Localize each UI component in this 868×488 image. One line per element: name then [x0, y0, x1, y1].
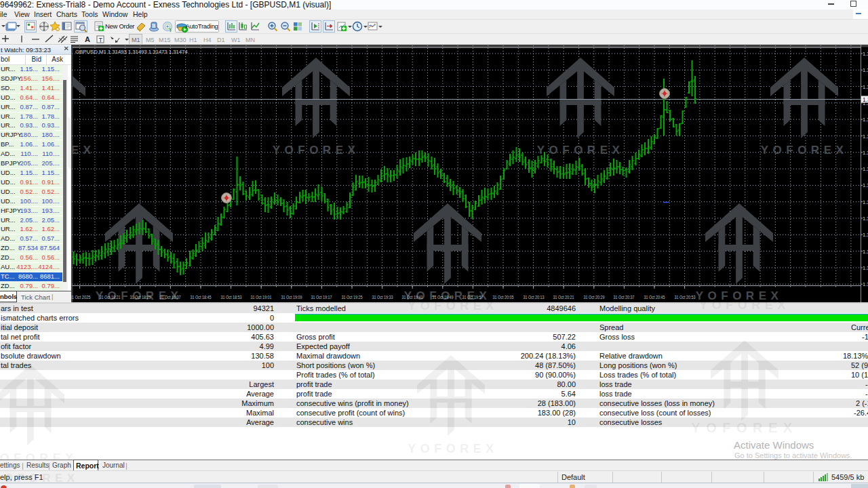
- svg-text:1.31: 1.31: [863, 150, 868, 156]
- svg-text:1.31: 1.31: [863, 67, 868, 73]
- svg-text:M30: M30: [174, 37, 186, 43]
- svg-text:31 Oct 20:53: 31 Oct 20:53: [675, 294, 696, 300]
- svg-text:1.31: 1.31: [863, 182, 868, 188]
- svg-text:31 Oct 19:49: 31 Oct 19:49: [433, 294, 454, 300]
- svg-text:1.31: 1.31: [863, 51, 868, 57]
- svg-text:M1: M1: [132, 37, 140, 43]
- svg-text:GBPUSD,M1 1.31493 1.31493 1.3: GBPUSD,M1 1.31493 1.31493 1.31473 1.3147…: [75, 49, 188, 55]
- svg-text:1.31: 1.31: [863, 117, 868, 123]
- svg-text:31 Oct 18:37: 31 Oct 18:37: [160, 294, 181, 300]
- svg-text:AutoTrading: AutoTrading: [186, 22, 218, 30]
- svg-text:1.31: 1.31: [863, 96, 868, 103]
- svg-text:W1: W1: [231, 37, 241, 43]
- svg-text:1.31: 1.31: [863, 199, 868, 205]
- svg-text:1.31: 1.31: [863, 281, 868, 287]
- svg-text:31 Oct 19:09: 31 Oct 19:09: [281, 294, 302, 300]
- svg-text:YOFOREX: YOFOREX: [71, 144, 95, 157]
- svg-text:D1: D1: [217, 37, 225, 43]
- svg-text:31 Oct 18:45: 31 Oct 18:45: [191, 294, 212, 300]
- svg-text:31 Oct 19:01: 31 Oct 19:01: [251, 294, 272, 300]
- svg-text:YOFOREX: YOFOREX: [537, 144, 625, 157]
- svg-text:YOFOREX: YOFOREX: [408, 302, 498, 312]
- svg-text:31 Oct 20:13: 31 Oct 20:13: [524, 294, 545, 300]
- svg-text:31 Oct 2025: 31 Oct 2025: [71, 294, 91, 300]
- svg-text:31 Oct 20:29: 31 Oct 20:29: [584, 294, 605, 300]
- svg-text:1.31: 1.31: [863, 166, 868, 172]
- svg-text:31 Oct 18:29: 31 Oct 18:29: [130, 294, 151, 300]
- svg-text:H4: H4: [203, 37, 212, 43]
- svg-text:YOFOREX: YOFOREX: [273, 144, 360, 157]
- svg-text:YOFOREX: YOFOREX: [691, 420, 797, 435]
- svg-text:New Order: New Order: [105, 22, 134, 30]
- svg-text:1.31: 1.31: [863, 265, 868, 271]
- svg-text:H1: H1: [189, 37, 197, 43]
- svg-text:1.31: 1.31: [863, 249, 868, 255]
- svg-text:YOFOREX: YOFOREX: [761, 144, 848, 157]
- svg-text:M15: M15: [159, 37, 171, 43]
- svg-text:MN: MN: [245, 37, 255, 43]
- svg-text:1.31: 1.31: [863, 216, 868, 222]
- svg-text:31 Oct 19:41: 31 Oct 19:41: [402, 294, 423, 300]
- svg-text:31 Oct 20:37: 31 Oct 20:37: [614, 294, 635, 300]
- svg-text:31 Oct 19:33: 31 Oct 19:33: [372, 294, 393, 300]
- svg-text:31 Oct 20:05: 31 Oct 20:05: [493, 294, 514, 300]
- svg-text:M5: M5: [146, 37, 155, 43]
- svg-text:YOFOREX: YOFOREX: [696, 289, 783, 302]
- svg-text:31 Oct 20:45: 31 Oct 20:45: [644, 294, 665, 300]
- svg-text:31 Oct 19:57: 31 Oct 19:57: [462, 294, 484, 300]
- svg-text:31 Oct 18:53: 31 Oct 18:53: [221, 294, 242, 300]
- svg-text:B: B: [152, 23, 156, 29]
- svg-text:1.31: 1.31: [863, 84, 868, 90]
- svg-text:YOFOREX: YOFOREX: [408, 442, 498, 455]
- svg-text:1.31: 1.31: [863, 232, 868, 238]
- svg-text:31 Oct 19:25: 31 Oct 19:25: [342, 294, 363, 300]
- svg-text:31 Oct 20:21: 31 Oct 20:21: [553, 294, 574, 300]
- svg-text:31 Oct 18:21: 31 Oct 18:21: [100, 294, 121, 300]
- svg-text:A: A: [85, 35, 90, 43]
- svg-text:T: T: [99, 37, 103, 43]
- svg-text:YOFOREX: YOFOREX: [699, 302, 790, 312]
- svg-text:31 Oct 19:17: 31 Oct 19:17: [311, 294, 332, 300]
- svg-text:1.31: 1.31: [863, 134, 868, 140]
- svg-text:YOFOREX: YOFOREX: [0, 451, 78, 460]
